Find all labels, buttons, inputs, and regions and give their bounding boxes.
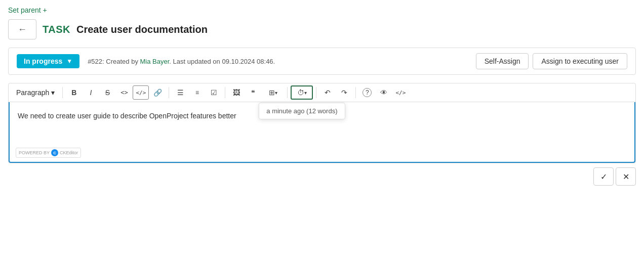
redo-button[interactable]: ↷ xyxy=(336,85,352,100)
strikethrough-button[interactable]: S xyxy=(99,85,115,100)
code-block-button[interactable]: </> xyxy=(133,85,149,100)
help-icon: ? xyxy=(363,88,372,97)
help-button[interactable]: ? xyxy=(359,85,375,100)
undo-icon: ↶ xyxy=(325,89,331,97)
quote-icon: ❝ xyxy=(251,89,255,97)
task-title: Create user documentation xyxy=(76,24,208,35)
bullet-list-icon: ☰ xyxy=(177,89,184,97)
author-link[interactable]: Mia Bayer xyxy=(140,58,170,65)
chevron-down-icon: ▼ xyxy=(66,58,72,65)
editor-container: Paragraph ▾ B I S <> </> xyxy=(8,83,636,163)
status-left: In progress ▼ #522: Created by Mia Bayer… xyxy=(17,54,275,68)
chevron-down-icon: ▾ xyxy=(304,90,307,96)
table-button[interactable]: ⊞ ▾ xyxy=(262,85,284,100)
numbered-list-button[interactable]: ≡ xyxy=(189,85,205,100)
code-view-button[interactable]: </> xyxy=(392,85,409,100)
set-parent-link[interactable]: Set parent + xyxy=(8,6,47,14)
task-type-label: TASK xyxy=(43,24,70,35)
status-actions: Self-Assign Assign to executing user xyxy=(476,53,627,69)
code-view-icon: </> xyxy=(395,90,406,96)
bold-button[interactable]: B xyxy=(66,85,82,100)
code-block-icon: </> xyxy=(136,90,146,96)
assign-executing-button[interactable]: Assign to executing user xyxy=(533,53,627,69)
format-group: B I S <> </> 🔗 xyxy=(66,85,166,100)
history-button[interactable]: ⏱ ▾ xyxy=(291,85,313,100)
preview-button[interactable]: 👁 xyxy=(376,85,392,100)
set-parent-row: Set parent + xyxy=(8,6,636,14)
extra-group: ? 👁 </> xyxy=(359,85,409,100)
ckeditor-badge: POWERED BY C CKEditor xyxy=(16,148,81,158)
toolbar: Paragraph ▾ B I S <> </> xyxy=(9,83,635,102)
code-inline-button[interactable]: <> xyxy=(116,85,132,100)
quote-button[interactable]: ❝ xyxy=(245,85,261,100)
history-wrapper: ⏱ ▾ a minute ago (12 words) xyxy=(291,85,313,100)
task-meta: #522: Created by Mia Bayer. Last updated… xyxy=(88,58,275,65)
toolbar-divider-4 xyxy=(287,87,288,98)
self-assign-button[interactable]: Self-Assign xyxy=(476,53,529,69)
table-icon: ⊞ xyxy=(269,89,275,97)
ckeditor-powered-label: POWERED BY xyxy=(19,150,50,155)
confirm-icon: ✓ xyxy=(600,172,607,182)
ckeditor-name: CKEditor xyxy=(60,150,78,155)
cancel-button[interactable]: ✕ xyxy=(616,167,636,186)
preview-icon: 👁 xyxy=(380,89,387,97)
image-icon: 🖼 xyxy=(233,89,240,97)
list-group: ☰ ≡ ☑ xyxy=(172,85,222,100)
history-tooltip: a minute ago (12 words) xyxy=(259,103,345,119)
paragraph-label: Paragraph xyxy=(16,89,49,97)
bold-icon: B xyxy=(71,89,76,97)
status-label: In progress xyxy=(24,57,62,65)
meta-text: #522: Created by xyxy=(88,58,140,65)
link-button[interactable]: 🔗 xyxy=(149,85,166,100)
back-icon: ← xyxy=(18,24,27,35)
italic-button[interactable]: I xyxy=(83,85,99,100)
link-icon: 🔗 xyxy=(153,89,162,97)
task-header: ← TASK Create user documentation xyxy=(8,19,636,39)
cancel-icon: ✕ xyxy=(623,172,629,182)
image-button[interactable]: 🖼 xyxy=(228,85,245,100)
toolbar-divider-5 xyxy=(316,87,316,98)
bullet-list-button[interactable]: ☰ xyxy=(172,85,188,100)
confirm-button[interactable]: ✓ xyxy=(593,167,614,186)
paragraph-selector[interactable]: Paragraph ▾ xyxy=(12,86,59,99)
meta-suffix: . Last updated on 09.10.2024 08:46. xyxy=(169,58,275,65)
numbered-list-icon: ≡ xyxy=(195,89,199,96)
history-icon: ⏱ xyxy=(297,89,304,97)
insert-group: 🖼 ❝ ⊞ ▾ xyxy=(228,85,284,100)
undo-button[interactable]: ↶ xyxy=(319,85,336,100)
history-tooltip-text: a minute ago (12 words) xyxy=(266,107,337,115)
task-list-button[interactable]: ☑ xyxy=(206,85,222,100)
chevron-down-icon: ▾ xyxy=(51,89,55,97)
toolbar-divider-2 xyxy=(169,87,169,98)
strikethrough-icon: S xyxy=(105,89,110,97)
status-row: In progress ▼ #522: Created by Mia Bayer… xyxy=(8,48,636,75)
status-dropdown[interactable]: In progress ▼ xyxy=(17,54,79,68)
italic-icon: I xyxy=(90,89,92,97)
task-list-icon: ☑ xyxy=(211,89,217,97)
redo-icon: ↷ xyxy=(341,89,347,97)
ckeditor-logo: C xyxy=(51,149,58,156)
bottom-actions: ✓ ✕ xyxy=(8,163,636,190)
chevron-down-icon: ▾ xyxy=(275,90,277,96)
toolbar-divider-1 xyxy=(62,87,63,98)
toolbar-divider-6 xyxy=(355,87,356,98)
toolbar-divider-3 xyxy=(225,87,225,98)
code-inline-icon: <> xyxy=(120,89,128,96)
back-button[interactable]: ← xyxy=(8,19,36,39)
history-group: ↶ ↷ xyxy=(319,85,352,100)
